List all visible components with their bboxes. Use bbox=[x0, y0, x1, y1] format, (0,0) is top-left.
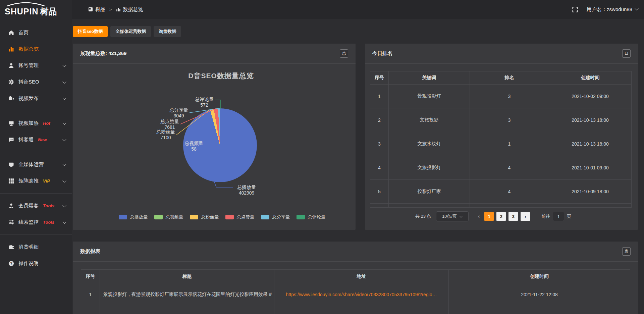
chevron-down-icon bbox=[62, 96, 66, 100]
sidebar-item-media-operation[interactable]: 全媒体运营 bbox=[0, 156, 72, 173]
table-cell bbox=[549, 204, 632, 208]
report-table: 序号标题地址创建时间1景观投影灯，夜游景观投影灯厂家展示展示落花灯在花园里的灯光… bbox=[81, 269, 630, 314]
column-header: 序号 bbox=[370, 71, 389, 85]
legend-swatch bbox=[225, 215, 234, 219]
table-row[interactable]: 2文旅投影32021-10-13 18:00 bbox=[370, 108, 632, 132]
chart-title: D音SEO数据量总览 bbox=[188, 71, 254, 81]
table-cell bbox=[470, 204, 549, 208]
sidebar-item-video-publish[interactable]: 视频发布 bbox=[0, 90, 72, 107]
sidebar-item-matrix-boost[interactable]: 矩阵助推VIP bbox=[0, 173, 72, 189]
chevron-down-icon bbox=[635, 7, 638, 10]
table-cell: 5 bbox=[370, 180, 389, 204]
sidebar-item-home[interactable]: 首页 bbox=[0, 24, 72, 41]
table-cell: 2 bbox=[370, 108, 389, 132]
table-cell: 文旅水纹灯 bbox=[389, 132, 470, 156]
table-cell: 1 bbox=[370, 85, 389, 108]
table-row[interactable]: 1景观投影灯32021-10-02 09:00 bbox=[370, 85, 632, 108]
sidebar-item-video-heat[interactable]: 视频加热Hot bbox=[0, 115, 72, 132]
tab-inquiry-data[interactable]: 询盘数据 bbox=[154, 26, 181, 37]
sidebar-item-label: 全媒体运营 bbox=[18, 161, 44, 168]
sidebar-item-douketong[interactable]: 抖客通New bbox=[0, 132, 72, 148]
legend-item[interactable]: 总分享量 bbox=[261, 214, 290, 220]
sliders-icon bbox=[8, 219, 14, 225]
legend-label: 总点赞量 bbox=[237, 214, 254, 220]
table-cell bbox=[81, 306, 100, 314]
column-header: 标题 bbox=[100, 270, 274, 283]
table-cell: 4 bbox=[470, 156, 549, 180]
pie-chart bbox=[183, 108, 257, 182]
pie-slice-label: 总播放量402909 bbox=[234, 185, 259, 196]
legend-item[interactable]: 总粉丝量 bbox=[190, 214, 219, 220]
sidebar-item-account-manage[interactable]: 账号管理 bbox=[0, 57, 72, 74]
day-view-button[interactable]: 日 bbox=[622, 49, 631, 58]
page-button-3[interactable]: 3 bbox=[508, 212, 518, 221]
sidebar-item-clue-monitor[interactable]: 线索监控Tools bbox=[0, 214, 72, 230]
pie-slice-label: 总粉丝量7100 bbox=[153, 129, 178, 141]
next-page-button[interactable]: › bbox=[521, 212, 530, 221]
goto-page-input[interactable] bbox=[553, 212, 564, 221]
legend-item[interactable]: 总评论量 bbox=[297, 214, 325, 220]
table-cell bbox=[449, 306, 630, 314]
pie-label-name: 总评论量 bbox=[192, 97, 217, 102]
pie-slice-label: 总评论量572 bbox=[192, 97, 217, 108]
sidebar-item-label: 矩阵助推 bbox=[18, 178, 39, 184]
prev-page-button[interactable]: ‹ bbox=[478, 213, 480, 220]
table-cell: 3 bbox=[470, 108, 549, 132]
breadcrumb-item[interactable]: 数据总览 bbox=[123, 6, 143, 13]
legend-item[interactable]: 总点赞量 bbox=[225, 214, 254, 220]
table-cell bbox=[274, 306, 449, 314]
tab-douyin-seo-data[interactable]: 抖音seo数据 bbox=[73, 26, 108, 37]
chevron-down-icon bbox=[62, 80, 66, 83]
data-tabs: 抖音seo数据全媒体运营数据询盘数据 bbox=[73, 26, 184, 37]
table-row[interactable]: 5投影灯厂家42021-10-09 18:00 bbox=[370, 180, 632, 204]
table-cell-index: 1 bbox=[81, 283, 100, 306]
table-cell: 景观投影灯 bbox=[389, 85, 470, 108]
column-header: 创建时间 bbox=[549, 71, 632, 85]
seo-overview-card: 展现量总数: 421,369 总 D音SEO数据量总览 总播放量402909总视… bbox=[73, 44, 356, 230]
total-view-button[interactable]: 总 bbox=[340, 49, 348, 58]
logo[interactable]: SHUPIN 树品 bbox=[5, 2, 57, 17]
page-button-2[interactable]: 2 bbox=[496, 212, 506, 221]
pie-label-value: 3049 bbox=[166, 113, 191, 119]
sidebar-item-label: 数据总览 bbox=[18, 46, 39, 52]
topbar: 树品>数据总览 用户名：zswodun88 bbox=[72, 0, 644, 19]
sidebar-divider bbox=[0, 111, 72, 111]
sidebar-item-label: 操作说明 bbox=[18, 260, 39, 267]
breadcrumb: 树品>数据总览 bbox=[88, 0, 143, 19]
sidebar-item-data-overview[interactable]: 数据总览 bbox=[0, 41, 72, 57]
page-unit-label: 页 bbox=[567, 213, 571, 219]
sidebar-item-help[interactable]: ?操作说明 bbox=[0, 255, 72, 272]
legend-item[interactable]: 总播放量 bbox=[119, 214, 148, 220]
sidebar-nav: 首页数据总览账号管理抖音SEO视频发布视频加热Hot抖客通New全媒体运营矩阵助… bbox=[0, 24, 72, 272]
sidebar-item-expense-detail[interactable]: 消费明细 bbox=[0, 239, 72, 255]
table-row-partial bbox=[370, 204, 632, 208]
pie-label-value: 7100 bbox=[153, 135, 178, 141]
video-link[interactable]: https://www.iesdouyin.com/share/video/70… bbox=[286, 292, 437, 297]
user-menu[interactable]: 用户名：zswodun88 bbox=[587, 6, 638, 13]
pagination: 共 23 条 10条/页 ‹ 123 › 前往 页 bbox=[415, 211, 571, 221]
table-view-button[interactable]: 表 bbox=[622, 247, 631, 256]
table-cell bbox=[389, 204, 470, 208]
breadcrumb-separator: > bbox=[109, 7, 112, 12]
legend-label: 总粉丝量 bbox=[201, 214, 219, 220]
chevron-down-icon bbox=[62, 137, 66, 141]
sidebar-item-member-baoke[interactable]: 会员爆客Tools bbox=[0, 198, 72, 214]
table-cell: 文旅投影灯 bbox=[389, 156, 470, 180]
legend-label: 总播放量 bbox=[130, 214, 148, 220]
table-row[interactable]: 4文旅投影灯42021-10-01 09:00 bbox=[370, 156, 632, 180]
sidebar-item-douyin-seo[interactable]: 抖音SEO bbox=[0, 74, 72, 90]
fullscreen-icon[interactable] bbox=[572, 7, 578, 12]
page-size-select[interactable]: 10条/页 bbox=[436, 211, 469, 221]
table-row[interactable]: 3文旅水纹灯12021-10-13 18:00 bbox=[370, 132, 632, 156]
pie-label-name: 总分享量 bbox=[166, 107, 191, 113]
chevron-down-icon bbox=[62, 121, 66, 124]
sidebar-divider bbox=[0, 234, 72, 235]
tab-media-operation-data[interactable]: 全媒体运营数据 bbox=[110, 26, 151, 37]
sidebar-item-badge: Hot bbox=[43, 121, 50, 126]
pie-label-name: 总播放量 bbox=[234, 185, 259, 190]
breadcrumb-item[interactable]: 树品 bbox=[95, 6, 105, 13]
legend-item[interactable]: 总视频量 bbox=[154, 214, 183, 220]
sidebar-item-badge: Tools bbox=[43, 220, 54, 225]
page-button-1[interactable]: 1 bbox=[484, 212, 494, 221]
table-cell: 文旅投影 bbox=[389, 108, 470, 132]
